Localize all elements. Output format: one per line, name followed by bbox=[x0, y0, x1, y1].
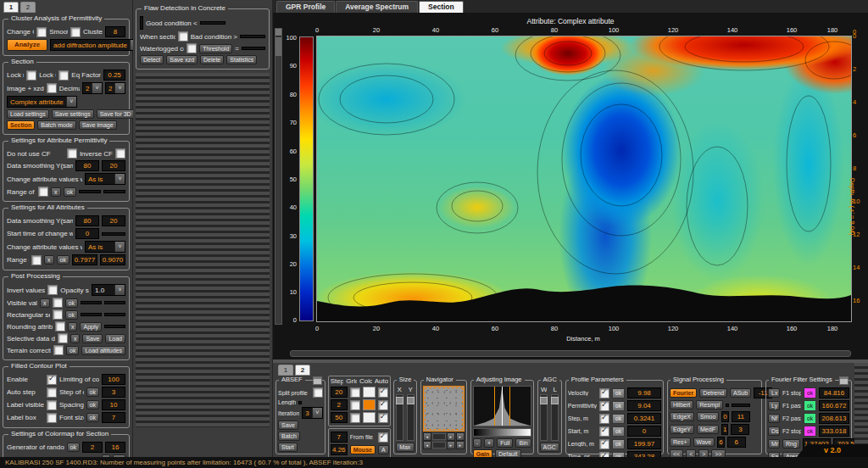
medf-field-1[interactable]: 1 bbox=[721, 424, 728, 435]
generator-field-1[interactable]: 2 bbox=[82, 442, 103, 453]
f2-stop-ok-button[interactable]: ok bbox=[804, 426, 816, 437]
enable-checkbox[interactable] bbox=[47, 375, 57, 385]
start-m-ok-button[interactable]: ok bbox=[612, 426, 625, 437]
signal-field-blank-1[interactable] bbox=[726, 404, 729, 407]
generator-ok-button[interactable]: ok bbox=[67, 443, 80, 452]
tab-average-spectrum[interactable]: Average Spectrum bbox=[336, 1, 418, 13]
statistics-button[interactable]: Statistics bbox=[226, 55, 257, 64]
full-button[interactable]: Full bbox=[497, 438, 513, 448]
selective-x-button[interactable]: x bbox=[70, 334, 81, 343]
start-m-field[interactable]: 0 bbox=[627, 426, 661, 437]
visible-range-checkbox[interactable] bbox=[53, 298, 63, 308]
rect-field-2[interactable] bbox=[104, 313, 125, 316]
auto-checkbox-3[interactable] bbox=[378, 413, 388, 423]
invert-values-checkbox[interactable] bbox=[47, 285, 58, 295]
asub-button[interactable]: ASub bbox=[730, 388, 751, 398]
wave-field-2[interactable]: 6 bbox=[727, 437, 746, 448]
medf-field-2[interactable]: 3 bbox=[731, 424, 749, 435]
tab-section[interactable]: Section bbox=[419, 1, 464, 13]
image-xzd-checkbox[interactable] bbox=[47, 83, 57, 93]
threshold-field[interactable] bbox=[242, 47, 265, 50]
section-button[interactable]: Section bbox=[7, 120, 35, 130]
f1-pass-ok-button[interactable]: ok bbox=[804, 400, 816, 411]
size-y-slider[interactable] bbox=[407, 394, 415, 441]
medf-button[interactable]: MedF bbox=[697, 425, 719, 434]
range-x-button[interactable]: x bbox=[51, 187, 61, 197]
absef-start-button[interactable]: Start bbox=[278, 443, 298, 452]
grid-checkbox-2[interactable] bbox=[350, 400, 360, 410]
a-button[interactable]: A bbox=[378, 445, 389, 454]
mouse-value-field[interactable]: 4.26 bbox=[331, 444, 348, 455]
ds-button[interactable]: Ds bbox=[768, 426, 780, 436]
save-for-3d-button[interactable]: Save for 3D bbox=[97, 109, 135, 119]
save-xzd-button[interactable]: Save xzd bbox=[166, 55, 198, 64]
rounding-field[interactable] bbox=[104, 325, 125, 328]
f1-pass-field[interactable]: 160.672 bbox=[819, 400, 849, 411]
signal-field-blank-2[interactable] bbox=[732, 404, 750, 407]
smoothing-x-field[interactable]: 20 bbox=[102, 160, 125, 171]
opacity-dropdown[interactable]: 1.0˅ bbox=[92, 284, 125, 296]
grid-checkbox-1[interactable] bbox=[350, 387, 360, 398]
range-max-field[interactable]: 0.9070 bbox=[100, 254, 125, 265]
iteration-dropdown[interactable]: 3˅ bbox=[302, 407, 322, 419]
hilbert-button[interactable]: Hilbert bbox=[670, 400, 693, 410]
when-creating-checkbox[interactable] bbox=[178, 31, 188, 42]
step-m-ok-button[interactable]: ok bbox=[612, 414, 625, 424]
mouse-button[interactable]: Mouse bbox=[350, 445, 376, 454]
visible-min-field[interactable] bbox=[81, 301, 102, 304]
velocity-field[interactable]: 9.98 bbox=[627, 387, 661, 398]
f1-stop-field[interactable]: 84.816 bbox=[819, 387, 849, 398]
selective-save-button[interactable]: Save bbox=[82, 334, 103, 343]
histogram[interactable] bbox=[473, 386, 531, 426]
change-cf-checkbox[interactable] bbox=[36, 27, 47, 37]
wave-field-1[interactable]: 6 bbox=[717, 437, 724, 448]
velocity-checkbox[interactable] bbox=[599, 388, 609, 398]
load-settings-button[interactable]: Load settings bbox=[7, 109, 49, 119]
auto-step-checkbox[interactable] bbox=[47, 387, 57, 398]
rounding-checkbox[interactable] bbox=[55, 321, 65, 332]
auto-checkbox-1[interactable] bbox=[378, 387, 388, 398]
length-m-ok-button[interactable]: ok bbox=[612, 439, 625, 449]
save-image-button[interactable]: Save image bbox=[79, 120, 117, 130]
smooth-checkbox[interactable] bbox=[70, 27, 81, 37]
delete-button[interactable]: Delete bbox=[200, 55, 224, 64]
popout-icon[interactable] bbox=[313, 376, 322, 385]
f1-stop-ok-button[interactable]: ok bbox=[804, 387, 816, 398]
range-permittivity-checkbox[interactable] bbox=[38, 187, 48, 197]
plus-button[interactable]: + bbox=[484, 438, 494, 448]
terrain-ok-button[interactable]: ok bbox=[66, 346, 79, 355]
range-ok-button[interactable]: ok bbox=[57, 255, 70, 265]
no-cf-checkbox[interactable] bbox=[67, 148, 77, 159]
color-swatch-1[interactable] bbox=[363, 387, 376, 398]
chart-vertical-scrollbar[interactable] bbox=[275, 28, 282, 325]
range-attribute-checkbox[interactable] bbox=[31, 255, 42, 265]
step-field-1[interactable]: 20 bbox=[331, 387, 348, 398]
edgey-button[interactable]: EdgeY bbox=[670, 425, 694, 434]
minus-button[interactable]: - bbox=[473, 438, 481, 448]
step-ok-button[interactable]: ok bbox=[86, 387, 99, 397]
spacing-field[interactable]: 10 bbox=[102, 399, 125, 410]
visible-range-ok-button[interactable]: ok bbox=[65, 298, 78, 308]
analyze-button[interactable]: Analyze bbox=[7, 39, 47, 51]
decimate-x-dropdown[interactable]: 2˅ bbox=[82, 82, 103, 94]
bottom-tab-1[interactable]: 1 bbox=[278, 365, 293, 376]
resplus-button[interactable]: Res+ bbox=[670, 437, 691, 447]
lock-rng-checkbox[interactable] bbox=[26, 70, 36, 81]
nf-button[interactable]: Nf bbox=[768, 414, 780, 423]
selective-checkbox[interactable] bbox=[58, 333, 68, 343]
rng-button[interactable]: Rng bbox=[782, 439, 800, 448]
rect-ok-button[interactable]: ok bbox=[65, 310, 78, 320]
flaw-name-field[interactable] bbox=[140, 16, 143, 30]
change-depth-dropdown[interactable]: As is˅ bbox=[85, 241, 125, 253]
permittivity-ok-button[interactable]: ok bbox=[612, 401, 625, 411]
depth-step-field[interactable]: 7 bbox=[331, 432, 348, 443]
ly-button[interactable]: Ly bbox=[768, 401, 780, 410]
absef-batch-button[interactable]: Batch bbox=[278, 432, 300, 441]
agc-button[interactable]: AGC bbox=[540, 443, 559, 452]
length-field[interactable] bbox=[298, 401, 302, 404]
f2-pass-ok-button[interactable]: ok bbox=[804, 413, 816, 424]
step-field[interactable]: 3 bbox=[102, 387, 125, 398]
edgex-button[interactable]: EdgeX bbox=[670, 412, 694, 421]
visible-max-field[interactable] bbox=[104, 301, 125, 304]
smoo-button[interactable]: Smoo bbox=[697, 412, 719, 421]
